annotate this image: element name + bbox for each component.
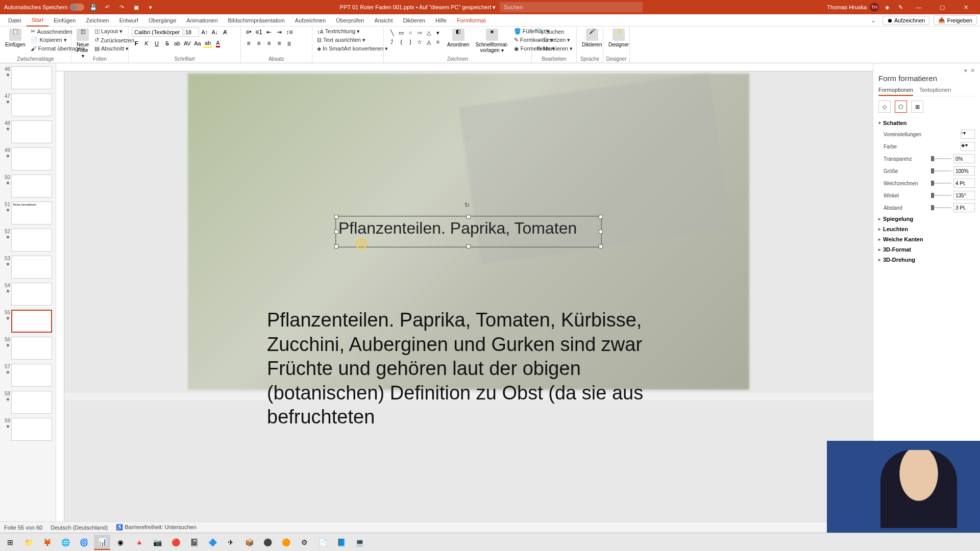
text-align-button[interactable]: ⊟ Text ausrichten ▾ (315, 36, 389, 44)
blur-input[interactable] (953, 179, 975, 188)
section-leuchten[interactable]: ▸Leuchten (878, 224, 975, 234)
font-size-input[interactable] (184, 28, 199, 37)
app-icon-3[interactable]: 🔴 (167, 535, 184, 550)
pen-icon[interactable]: ✎ (895, 2, 905, 12)
onenote-icon[interactable]: 📓 (186, 535, 202, 550)
increase-font-icon[interactable]: A↑ (200, 28, 209, 37)
designer-button[interactable]: ✨Designer (606, 28, 631, 48)
thumbnail-55[interactable]: 55★ (0, 309, 56, 334)
angle-input[interactable] (953, 191, 975, 200)
tab-formformat[interactable]: Formformat (452, 14, 491, 27)
user-avatar[interactable]: TH (870, 3, 879, 12)
chrome-icon[interactable]: 🌐 (57, 535, 74, 550)
app-icon-6[interactable]: 🟠 (278, 535, 294, 550)
tab-ueberpruefen[interactable]: Überprüfen (331, 14, 369, 27)
firefox-icon[interactable]: 🦊 (39, 535, 55, 550)
shape-oval-icon[interactable]: ○ (406, 29, 414, 37)
resize-handle-l[interactable] (334, 230, 338, 234)
present-icon[interactable]: ▣ (131, 2, 141, 12)
app-icon-2[interactable]: 📷 (149, 535, 165, 550)
resize-handle-t[interactable] (467, 215, 471, 219)
tab-einfuegen[interactable]: Einfügen (48, 14, 81, 27)
decrease-font-icon[interactable]: A↓ (210, 28, 219, 37)
color-picker[interactable]: ◈▾ (961, 142, 975, 151)
indent-right-button[interactable]: ⇥ (275, 28, 284, 37)
shape-more-icon[interactable]: ▾ (434, 29, 442, 37)
accessibility-status[interactable]: ♿ Barrierefreiheit: Untersuchen (116, 524, 197, 531)
edge-icon[interactable]: 🌀 (76, 535, 92, 550)
tab-start[interactable]: Start (27, 14, 48, 27)
search-input[interactable] (500, 2, 643, 12)
body-text[interactable]: Pflanzenteilen. Paprika, Tomaten, Kürbis… (267, 308, 685, 430)
resize-handle-br[interactable] (599, 244, 603, 248)
align-center-button[interactable]: ≡ (254, 39, 263, 48)
quickstyle-button[interactable]: ◈Schnellformat- vorlagen ▾ (473, 28, 510, 54)
shape-star-icon[interactable]: ☆ (415, 38, 424, 46)
clear-format-icon[interactable]: A̸ (220, 28, 230, 37)
thumbnail-panel[interactable]: 46★47★48★49★50★51★Texte formatieren52★53… (0, 63, 56, 521)
tab-aufzeichnen[interactable]: Aufzeichnen (290, 14, 331, 27)
tab-bildschirm[interactable]: Bildschirmpräsentation (223, 14, 290, 27)
collapse-ribbon-icon[interactable]: ⌄ (868, 15, 878, 26)
distance-slider[interactable] (931, 207, 951, 208)
word-icon[interactable]: 📘 (333, 535, 349, 550)
maximize-button[interactable]: ▢ (932, 0, 952, 14)
section-schatten[interactable]: ▾Schatten (878, 118, 975, 128)
save-icon[interactable]: 💾 (88, 2, 99, 12)
shadow-button[interactable]: ab (173, 39, 182, 48)
textbox-content[interactable]: Pflanzenteilen. Paprika, Tomaten (336, 217, 601, 240)
selected-textbox[interactable]: Pflanzenteilen. Paprika, Tomaten (336, 216, 601, 247)
tab-formoptionen[interactable]: Formoptionen (878, 87, 913, 96)
justify-button[interactable]: ≡ (275, 39, 284, 48)
transparency-slider[interactable] (931, 158, 951, 159)
size-props-icon[interactable]: ⊞ (911, 101, 923, 113)
freigeben-button[interactable]: 📤 Freigeben (934, 15, 977, 25)
shape-callout-icon[interactable]: ◬ (425, 38, 433, 46)
tab-diktieren[interactable]: Diktieren (398, 14, 430, 27)
minimize-button[interactable]: — (909, 0, 929, 14)
rotate-handle-icon[interactable] (464, 202, 473, 210)
distance-input[interactable] (953, 203, 975, 212)
resize-handle-tr[interactable] (599, 215, 603, 219)
smartart-button[interactable]: ◈ In SmartArt konvertieren ▾ (315, 45, 389, 53)
case-button[interactable]: Aa (193, 39, 202, 48)
select-button[interactable]: ▭ Markieren ▾ (535, 45, 574, 53)
tab-datei[interactable]: Datei (3, 14, 27, 27)
size-input[interactable] (953, 166, 975, 176)
thumbnail-58[interactable]: 58★ (0, 390, 56, 415)
effects-icon[interactable]: ⬠ (895, 101, 907, 113)
language-status[interactable]: Deutsch (Deutschland) (51, 524, 108, 531)
section-3d-drehung[interactable]: ▸3D-Drehung (878, 255, 975, 265)
app-icon-4[interactable]: 🔷 (204, 535, 220, 550)
columns-button[interactable]: ⫼ (285, 39, 294, 48)
pane-options-icon[interactable]: ▾ (964, 67, 967, 74)
close-button[interactable]: ✕ (955, 0, 976, 14)
slide-counter[interactable]: Folie 55 von 60 (4, 524, 42, 531)
shape-line-icon[interactable]: ╲ (388, 29, 396, 37)
aufzeichnen-button[interactable]: ⏺ Aufzeichnen (883, 16, 930, 25)
arrange-button[interactable]: ◧Anordnen (445, 28, 471, 48)
tab-hilfe[interactable]: Hilfe (430, 14, 452, 27)
find-button[interactable]: 🔍 Suchen (535, 28, 574, 35)
resize-handle-r[interactable] (599, 230, 603, 234)
resize-handle-b[interactable] (467, 244, 471, 248)
resize-handle-bl[interactable] (334, 244, 338, 248)
shape-triangle-icon[interactable]: △ (425, 29, 433, 37)
autosave-toggle[interactable]: Automatisches Speichern (4, 4, 84, 11)
indent-left-button[interactable]: ⇤ (264, 28, 274, 37)
thumbnail-56[interactable]: 56★ (0, 336, 56, 361)
app-icon-5[interactable]: 📦 (241, 535, 257, 550)
dictate-button[interactable]: 🎤Diktieren (580, 28, 604, 48)
redo-icon[interactable]: ↷ (117, 2, 127, 12)
thumbnail-49[interactable]: 49★ (0, 146, 56, 171)
bullets-button[interactable]: ≡• (244, 28, 253, 37)
thumbnail-47[interactable]: 47★ (0, 92, 56, 117)
thumbnail-54[interactable]: 54★ (0, 282, 56, 307)
underline-button[interactable]: U (152, 39, 161, 48)
thumbnail-53[interactable]: 53★ (0, 255, 56, 280)
shape-connector-icon[interactable]: ⤴ (388, 38, 396, 46)
app-icon-9[interactable]: 💻 (351, 535, 368, 550)
slide-canvas[interactable]: Pflanzenteilen. Paprika, Tomaten Pflanze… (188, 73, 749, 390)
obs-icon[interactable]: ⚫ (259, 535, 276, 550)
new-slide-button[interactable]: ◫Neue Folie ▾ (75, 28, 91, 60)
